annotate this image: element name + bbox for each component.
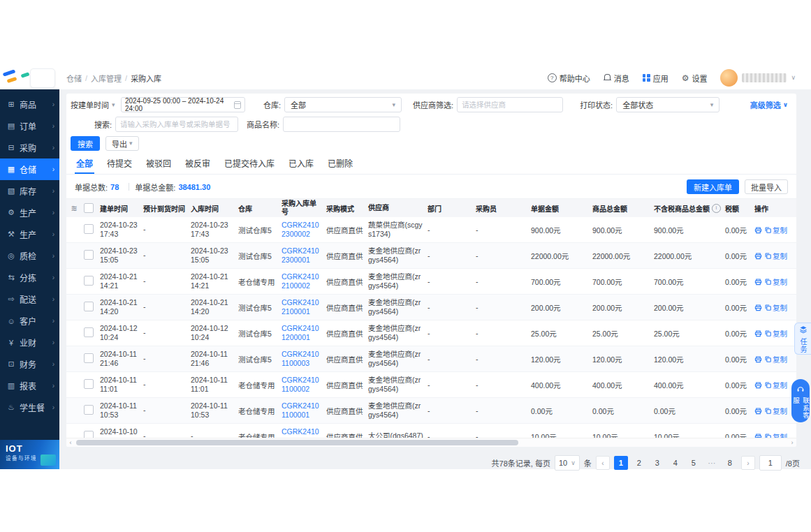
order-no-link[interactable]: CGRK24102300002 (282, 221, 319, 238)
tab-待提交[interactable]: 待提交 (105, 155, 133, 172)
copy-button[interactable]: 复制 (764, 251, 787, 261)
sidebar-item-生产[interactable]: ⚒生产› (0, 223, 59, 245)
row-checkbox[interactable] (84, 250, 94, 260)
sidebar-item-配送[interactable]: ⇨配送› (0, 288, 59, 310)
warehouse-select[interactable]: 全部 ▾ (284, 97, 402, 112)
sidebar-item-分拣[interactable]: ⇆分拣› (0, 267, 59, 288)
page-button-1[interactable]: 1 (614, 456, 628, 470)
sidebar-item-报表[interactable]: ▥报表› (0, 375, 59, 397)
copy-button[interactable]: 复制 (764, 276, 787, 287)
print-status-select[interactable]: 全部状态 ▾ (616, 97, 719, 112)
print-button[interactable] (754, 407, 762, 415)
order-no-link[interactable]: CGRK24101000005 (282, 427, 319, 438)
supplier-input[interactable] (457, 97, 563, 112)
order-no-link[interactable]: CGRK24101100003 (282, 350, 319, 367)
scrollbar-track[interactable] (75, 438, 788, 447)
page-jump-input[interactable] (759, 455, 782, 471)
date-range-input[interactable]: 2024-09-25 00:00 – 2024-10-24 24:00 (121, 97, 245, 112)
sidebar-item-label: 采购 (20, 142, 52, 154)
scrollbar-thumb[interactable] (76, 440, 518, 445)
page-button-2[interactable]: 2 (632, 456, 646, 470)
col-department: 部门 (425, 203, 474, 214)
row-checkbox[interactable] (84, 431, 94, 438)
print-button[interactable] (754, 304, 762, 311)
row-checkbox[interactable] (84, 302, 94, 311)
page-button-8[interactable]: 8 (723, 456, 737, 470)
create-inbound-button[interactable]: 新建入库单 (687, 179, 739, 194)
expand-all-icon[interactable]: ≋ (66, 204, 82, 213)
apps-button[interactable]: 应用 (643, 73, 668, 84)
page-button-5[interactable]: 5 (687, 456, 701, 470)
info-icon[interactable]: i (712, 204, 721, 213)
contact-support-button[interactable]: 联系客服 (791, 379, 810, 422)
bulk-import-button[interactable]: 批量导入 (745, 179, 788, 194)
sidebar-item-商品[interactable]: ⊞商品› (0, 94, 59, 115)
tab-已删除[interactable]: 已删除 (326, 155, 354, 172)
advanced-filter-link[interactable]: 高级筛选 ∨ (750, 99, 788, 110)
row-checkbox[interactable] (84, 327, 94, 337)
export-button[interactable]: 导出 ▾ (105, 136, 139, 151)
print-button[interactable] (754, 226, 762, 234)
cell-goods-amount: 0.00元 (590, 406, 652, 416)
row-checkbox[interactable] (84, 224, 94, 234)
print-button[interactable] (754, 433, 762, 438)
page-size-select[interactable]: 10 ∨ (555, 455, 580, 471)
row-checkbox[interactable] (84, 405, 94, 415)
help-center-button[interactable]: 帮助中心 (548, 73, 590, 84)
copy-button[interactable]: 复制 (764, 354, 787, 364)
product-name-input[interactable] (283, 117, 400, 132)
row-checkbox[interactable] (84, 379, 94, 389)
row-checkbox[interactable] (84, 276, 94, 286)
search-button[interactable]: 搜索 (71, 136, 100, 151)
sidebar-item-质检[interactable]: ◎质检› (0, 245, 59, 267)
page-button-3[interactable]: 3 (650, 456, 664, 470)
sidebar-item-库存[interactable]: ▧库存› (0, 180, 59, 202)
sidebar-item-仓储[interactable]: ▦仓储› (0, 158, 59, 180)
order-no-link[interactable]: CGRK24101100001 (282, 401, 319, 419)
scroll-right-icon[interactable]: › (788, 438, 796, 447)
order-no-link[interactable]: CGRK24102100002 (282, 272, 319, 290)
select-all-checkbox[interactable] (84, 203, 94, 213)
sidebar-item-订单[interactable]: ▤订单› (0, 115, 59, 137)
messages-button[interactable]: 消息 (604, 73, 629, 84)
tab-已入库[interactable]: 已入库 (287, 155, 315, 172)
copy-button[interactable]: 复制 (764, 406, 787, 416)
order-no-link[interactable]: CGRK24102300001 (282, 246, 319, 264)
order-search-input[interactable] (115, 117, 238, 132)
next-page-button[interactable]: › (741, 456, 755, 470)
sidebar-item-采购[interactable]: ⊟采购› (0, 137, 59, 158)
tab-被反审[interactable]: 被反审 (184, 155, 212, 172)
row-checkbox[interactable] (84, 353, 94, 363)
order-no-link[interactable]: CGRK24101100002 (282, 376, 319, 393)
order-no-link[interactable]: CGRK24101200001 (282, 324, 319, 341)
print-button[interactable] (754, 330, 762, 337)
print-button[interactable] (754, 252, 762, 260)
copy-button[interactable]: 复制 (764, 431, 787, 438)
copy-button[interactable]: 复制 (764, 328, 787, 339)
tab-已提交待入库[interactable]: 已提交待入库 (223, 155, 276, 172)
breadcrumb-item[interactable]: 入库管理 (91, 73, 122, 84)
sidebar-item-学生餐[interactable]: ♨学生餐› (0, 397, 59, 418)
sidebar-item-客户[interactable]: ☺客户› (0, 310, 59, 332)
settings-button[interactable]: ⚙ 设置 (682, 73, 708, 84)
copy-button[interactable]: 复制 (764, 302, 787, 313)
scroll-left-icon[interactable]: ‹ (66, 438, 75, 447)
page-button-4[interactable]: 4 (668, 456, 682, 470)
sidebar-item-业财[interactable]: ¥业财› (0, 332, 59, 353)
copy-button[interactable]: 复制 (764, 380, 787, 390)
time-type-select[interactable]: 按建单时间 ▾ (71, 99, 117, 110)
sidebar-item-财务[interactable]: ⊡财务› (0, 353, 59, 375)
user-menu[interactable]: ∨ (720, 69, 796, 87)
tab-全部[interactable]: 全部 (75, 155, 94, 174)
copy-button[interactable]: 复制 (764, 225, 787, 235)
order-no-link[interactable]: CGRK24102100001 (282, 298, 319, 316)
tab-被驳回[interactable]: 被驳回 (145, 155, 173, 172)
print-button[interactable] (754, 355, 762, 363)
breadcrumb-item[interactable]: 仓储 (66, 73, 82, 84)
print-button[interactable] (754, 381, 762, 389)
task-panel-button[interactable]: 任务 (794, 323, 811, 355)
prev-page-button[interactable]: ‹ (596, 456, 610, 470)
sidebar-item-icon: ⇆ (6, 273, 16, 282)
sidebar-item-生产[interactable]: ⚙生产› (0, 202, 59, 223)
print-button[interactable] (754, 278, 762, 286)
